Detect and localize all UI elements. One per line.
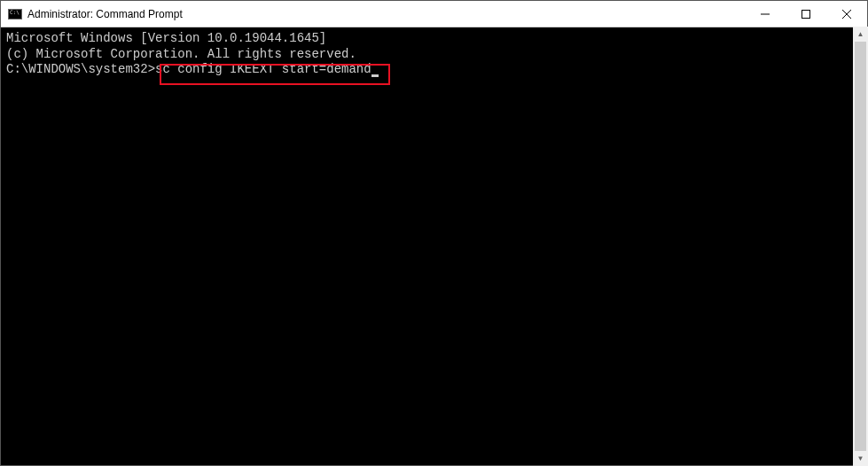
scroll-thumb[interactable] (855, 42, 866, 451)
cursor (371, 74, 379, 77)
svg-rect-1 (802, 10, 810, 18)
window-controls (745, 1, 867, 27)
output-line: Microsoft Windows [Version 10.0.19044.16… (6, 31, 862, 47)
app-icon (8, 7, 22, 21)
close-button[interactable] (826, 1, 867, 27)
titlebar[interactable]: Administrator: Command Prompt (1, 1, 867, 27)
maximize-button[interactable] (786, 1, 826, 27)
vertical-scrollbar[interactable]: ▲ ▼ (853, 27, 868, 466)
window-title: Administrator: Command Prompt (27, 8, 745, 20)
output-line: (c) Microsoft Corporation. All rights re… (6, 47, 862, 63)
scroll-track[interactable] (853, 42, 868, 451)
cmd-icon (8, 9, 22, 19)
scroll-up-arrow-icon[interactable]: ▲ (853, 27, 868, 42)
command-text: sc config IKEEXT start=demand (155, 62, 371, 76)
prompt: C:\WINDOWS\system32> (6, 62, 155, 76)
terminal-output[interactable]: Microsoft Windows [Version 10.0.19044.16… (1, 27, 867, 465)
command-prompt-window: Administrator: Command Prompt Microsoft … (0, 0, 868, 466)
scroll-down-arrow-icon[interactable]: ▼ (853, 451, 868, 466)
prompt-line: C:\WINDOWS\system32>sc config IKEEXT sta… (6, 62, 862, 78)
minimize-button[interactable] (745, 1, 786, 27)
